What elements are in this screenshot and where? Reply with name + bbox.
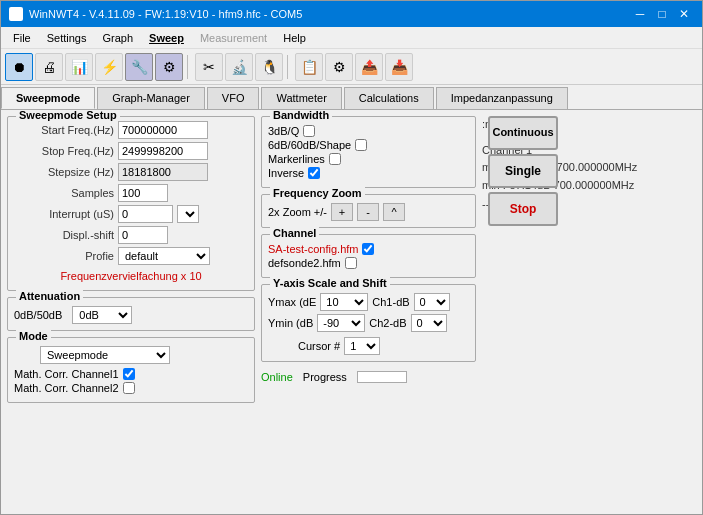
toolbar-btn-scope[interactable]: 🔬 — [225, 53, 253, 81]
profie-select[interactable]: default — [118, 247, 210, 265]
bw-checkbox-1[interactable] — [355, 139, 367, 151]
cursor-label: Cursor # — [298, 340, 340, 352]
channel1-link[interactable]: SA-test-config.hfm — [268, 243, 358, 255]
channel1-checkbox[interactable] — [362, 243, 374, 255]
menu-measurement[interactable]: Measurement — [192, 30, 275, 46]
attenuation-group: Attenuation 0dB/50dB 0dB — [7, 297, 255, 331]
online-status: Online — [261, 371, 293, 383]
interrupt-select[interactable]: ▼ — [177, 205, 199, 223]
tabs-bar: Sweepmode Graph-Manager VFO Wattmeter Ca… — [1, 85, 702, 110]
ymin-select[interactable]: -90 — [317, 314, 365, 332]
interrupt-input[interactable] — [118, 205, 173, 223]
start-freq-label: Start Freq.(Hz) — [14, 124, 114, 136]
bw-checkbox-3[interactable] — [308, 167, 320, 179]
toolbar-btn-linux[interactable]: 🐧 — [255, 53, 283, 81]
bandwidth-title: Bandwidth — [270, 110, 332, 121]
stop-button[interactable]: Stop — [488, 192, 558, 226]
main-window: WinNWT4 - V.4.11.09 - FW:1.19:V10 - hfm9… — [0, 0, 703, 515]
stop-freq-input[interactable] — [118, 142, 208, 160]
bandwidth-container: Bandwidth 3dB/Q 6dB/60dB/Shape Markerlin… — [261, 116, 476, 188]
displ-shift-input[interactable] — [118, 226, 168, 244]
bw-checkbox-2[interactable] — [329, 153, 341, 165]
toolbar-btn-tools2[interactable]: ⚙ — [155, 53, 183, 81]
samples-input[interactable] — [118, 184, 168, 202]
zoom-minus-button[interactable]: - — [357, 203, 379, 221]
tab-graph-manager[interactable]: Graph-Manager — [97, 87, 205, 109]
menu-settings[interactable]: Settings — [39, 30, 95, 46]
zoom-up-button[interactable]: ^ — [383, 203, 405, 221]
displ-shift-row: Displ.-shift — [14, 226, 248, 244]
window-controls: ─ □ ✕ — [630, 5, 694, 23]
toolbar-btn-freq[interactable]: ⚡ — [95, 53, 123, 81]
cursor-select[interactable]: 1 — [344, 337, 380, 355]
attenuation-select[interactable]: 0dB — [72, 306, 132, 324]
menu-help[interactable]: Help — [275, 30, 314, 46]
profie-label: Profie — [14, 250, 114, 262]
toolbar-btn-print[interactable]: 🖨 — [35, 53, 63, 81]
toolbar-btn-cut[interactable]: ✂ — [195, 53, 223, 81]
toolbar-btn-graph[interactable]: 📊 — [65, 53, 93, 81]
zoom-label: 2x Zoom +/- — [268, 206, 327, 218]
tab-sweepmode[interactable]: Sweepmode — [1, 87, 95, 109]
stop-freq-label: Stop Freq.(Hz) — [14, 145, 114, 157]
ch2db-label: Ch2-dB — [369, 317, 406, 329]
sweepmode-setup-title: Sweepmode Setup — [16, 110, 120, 121]
ch2db-select[interactable]: 0 — [411, 314, 447, 332]
y-axis-title: Y-axis Scale and Shift — [270, 277, 390, 289]
minimize-button[interactable]: ─ — [630, 5, 650, 23]
bw-label-1: 6dB/60dB/Shape — [268, 139, 351, 151]
channel2-label: defsonde2.hfm — [268, 257, 341, 269]
ymax-select[interactable]: 10 — [320, 293, 368, 311]
menu-file[interactable]: File — [5, 30, 39, 46]
title-bar: WinNWT4 - V.4.11.09 - FW:1.19:V10 - hfm9… — [1, 1, 702, 27]
stepsize-row: Stepsize (Hz) — [14, 163, 248, 181]
math-corr1-label: Math. Corr. Channel1 — [14, 368, 119, 380]
main-content: Sweepmode Setup Start Freq.(Hz) Stop Fre… — [1, 110, 702, 514]
stepsize-input[interactable] — [118, 163, 208, 181]
toolbar-btn-tools[interactable]: 🔧 — [125, 53, 153, 81]
bw-label-0: 3dB/Q — [268, 125, 299, 137]
ch1db-select[interactable]: 0 — [414, 293, 450, 311]
mode-select[interactable]: Sweepmode — [40, 346, 170, 364]
menu-bar: File Settings Graph Sweep Measurement He… — [1, 27, 702, 49]
tab-vfo[interactable]: VFO — [207, 87, 260, 109]
tab-wattmeter[interactable]: Wattmeter — [261, 87, 341, 109]
bw-checkbox-0[interactable] — [303, 125, 315, 137]
maximize-button[interactable]: □ — [652, 5, 672, 23]
toolbar-btn-record[interactable]: ⏺ — [5, 53, 33, 81]
close-button[interactable]: ✕ — [674, 5, 694, 23]
tab-impedanzanpassung[interactable]: Impedanzanpassung — [436, 87, 568, 109]
toolbar-btn-gear[interactable]: ⚙ — [325, 53, 353, 81]
window-title: WinNWT4 - V.4.11.09 - FW:1.19:V10 - hfm9… — [29, 8, 302, 20]
math-corr2-checkbox[interactable] — [123, 382, 135, 394]
app-icon — [9, 7, 23, 21]
progress-label: Progress — [303, 371, 347, 383]
profie-row: Profie default — [14, 247, 248, 265]
freq-zoom-title: Frequency Zoom — [270, 187, 365, 199]
left-panel: Sweepmode Setup Start Freq.(Hz) Stop Fre… — [7, 116, 255, 508]
toolbar-btn-export[interactable]: 📤 — [355, 53, 383, 81]
toolbar-btn-clip1[interactable]: 📋 — [295, 53, 323, 81]
start-freq-row: Start Freq.(Hz) — [14, 121, 248, 139]
ymax-label: Ymax (dE — [268, 296, 316, 308]
stepsize-label: Stepsize (Hz) — [14, 166, 114, 178]
menu-graph[interactable]: Graph — [94, 30, 141, 46]
zoom-plus-button[interactable]: + — [331, 203, 353, 221]
continuous-button[interactable]: Continuous — [488, 116, 558, 150]
freq-zoom-group: Frequency Zoom 2x Zoom +/- + - ^ — [261, 194, 476, 228]
toolbar-sep-2 — [287, 55, 291, 79]
toolbar-sep-1 — [187, 55, 191, 79]
ymin-label: Ymin (dB — [268, 317, 313, 329]
start-freq-input[interactable] — [118, 121, 208, 139]
menu-sweep[interactable]: Sweep — [141, 30, 192, 46]
tab-calculations[interactable]: Calculations — [344, 87, 434, 109]
sweep-buttons: Continuous Single Stop — [488, 116, 558, 226]
single-button[interactable]: Single — [488, 154, 558, 188]
channel2-checkbox[interactable] — [345, 257, 357, 269]
math-corr1-checkbox[interactable] — [123, 368, 135, 380]
math-corr2-label: Math. Corr. Channel2 — [14, 382, 119, 394]
mode-title: Mode — [16, 330, 51, 342]
y-axis-group: Y-axis Scale and Shift Ymax (dE 10 Ch1-d… — [261, 284, 476, 362]
bw-label-3: Inverse — [268, 167, 304, 179]
toolbar-btn-import[interactable]: 📥 — [385, 53, 413, 81]
